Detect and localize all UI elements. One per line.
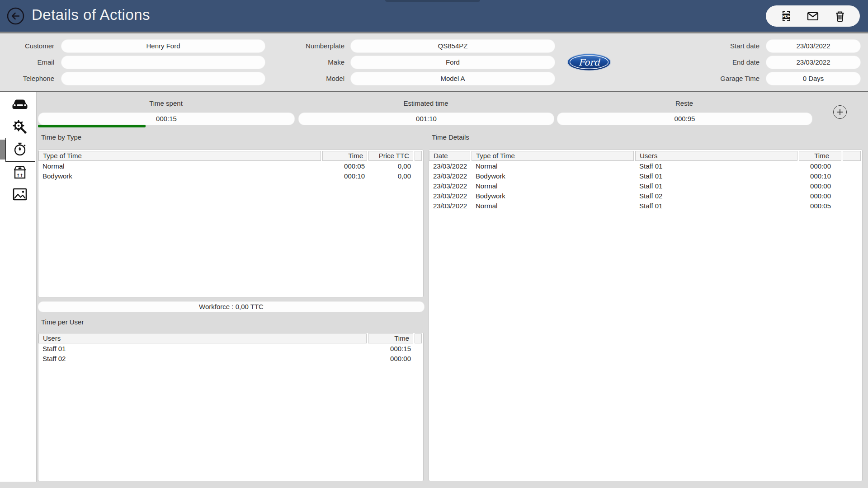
start-date-label: Start date [696, 39, 760, 53]
envelope-icon [806, 9, 820, 23]
numberplate-field[interactable]: QS854PZ [350, 39, 555, 53]
end-date-field[interactable]: 23/03/2022 [766, 56, 861, 69]
svg-text:↑↑: ↑↑ [16, 173, 23, 178]
table-row[interactable]: Bodywork 000:10 0,00 [38, 171, 423, 181]
col-users[interactable]: Users [38, 333, 367, 343]
delete-button[interactable] [833, 9, 847, 23]
estimated-time-label: Estimated time [298, 99, 553, 108]
table-row[interactable]: Staff 02 000:00 [38, 354, 423, 364]
stopwatch-icon [12, 141, 28, 157]
start-date-field[interactable]: 23/03/2022 [766, 39, 861, 53]
time-per-user-body: Staff 01 000:15 Staff 02 000:00 [38, 344, 423, 364]
table-row[interactable]: Staff 01 000:15 [38, 344, 423, 354]
customer-label: Customer [0, 39, 54, 53]
time-details-header: Date Type of Time Users Time [429, 150, 862, 161]
make-field[interactable]: Ford [350, 56, 555, 69]
make-label: Make [276, 56, 344, 69]
col-filler [415, 333, 422, 343]
time-per-user-table: Users Time Staff 01 000:15 Staff 02 000:… [38, 332, 424, 481]
time-by-type-header: Type of Time Time Price TTC [38, 150, 423, 161]
trash-icon [833, 9, 847, 23]
table-row[interactable]: 23/03/2022 Normal Staff 01 000:05 [429, 201, 862, 211]
time-by-type-title: Time by Type [41, 133, 81, 142]
sidebar-selection-accent [0, 140, 5, 160]
car-icon [12, 98, 28, 110]
add-time-entry-button[interactable] [833, 105, 847, 119]
time-details-body: 23/03/2022 Normal Staff 01 000:00 23/03/… [429, 161, 862, 211]
email-field[interactable] [61, 56, 265, 69]
time-spent-progress [38, 125, 294, 127]
table-row[interactable]: 23/03/2022 Bodywork Staff 02 000:00 [429, 191, 862, 201]
time-details-table: Date Type of Time Users Time 23/03/2022 … [429, 150, 863, 481]
telephone-label: Telephone [0, 72, 54, 85]
ford-logo: Ford [566, 53, 612, 71]
col-time[interactable]: Time [368, 333, 413, 343]
progress-fill [38, 125, 146, 127]
col-time[interactable]: Time [322, 151, 367, 161]
col-type-of-time[interactable]: Type of Time [472, 151, 634, 161]
sidebar-item-time[interactable] [12, 141, 28, 157]
model-label: Model [276, 72, 344, 85]
time-spent-value: 000:15 [38, 113, 295, 125]
reste-value: 000:95 [557, 113, 812, 125]
garage-time-label: Garage Time [696, 72, 760, 85]
model-field[interactable]: Model A [350, 72, 555, 85]
table-row[interactable]: 23/03/2022 Normal Staff 01 000:00 [429, 181, 862, 191]
photos-icon [13, 188, 27, 201]
end-date-label: End date [696, 56, 760, 69]
telephone-field[interactable] [61, 72, 265, 85]
export-pdf-button[interactable]: PDF [779, 9, 793, 23]
page-title: Details of Actions [32, 6, 150, 23]
time-by-type-body: Normal 000:05 0,00 Bodywork 000:10 0,00 [38, 161, 423, 181]
estimated-time-value: 001:10 [298, 113, 554, 125]
sidebar-item-photos[interactable] [12, 186, 28, 202]
reste-label: Reste [557, 99, 811, 108]
sidebar-item-service[interactable] [12, 119, 28, 135]
col-filler [843, 151, 861, 161]
svg-text:Ford: Ford [578, 57, 600, 68]
window-drag-strip [385, 0, 480, 2]
app-window: Details of Actions PDF [0, 0, 868, 488]
email-label: Email [0, 56, 54, 69]
send-email-button[interactable] [806, 9, 820, 23]
customer-field[interactable]: Henry Ford [61, 39, 265, 53]
parts-box-icon: ↑↑ [13, 164, 27, 180]
time-details-title: Time Details [432, 133, 469, 142]
back-arrow-icon [7, 7, 24, 25]
col-type-of-time[interactable]: Type of Time [38, 151, 321, 161]
pdf-icon: PDF [779, 9, 793, 23]
plus-icon [836, 108, 844, 116]
header-toolbar: PDF [766, 5, 860, 27]
numberplate-label: Numberplate [276, 39, 344, 53]
time-by-type-table: Type of Time Time Price TTC Normal 000:0… [38, 150, 424, 297]
workforce-total-bar: Workforce : 0,00 TTC [38, 301, 425, 312]
garage-time-field[interactable]: 0 Days [766, 72, 861, 85]
service-icon [12, 119, 28, 135]
col-filler [415, 151, 422, 161]
table-row[interactable]: Normal 000:05 0,00 [38, 161, 423, 171]
table-row[interactable]: 23/03/2022 Normal Staff 01 000:00 [429, 161, 862, 171]
col-time[interactable]: Time [799, 151, 841, 161]
col-users[interactable]: Users [635, 151, 797, 161]
table-row[interactable]: 23/03/2022 Bodywork Staff 01 000:10 [429, 171, 862, 181]
svg-text:PDF: PDF [782, 14, 790, 19]
sidebar-item-vehicle[interactable] [12, 96, 28, 112]
time-per-user-title: Time per User [41, 318, 84, 327]
sidebar-item-parts[interactable]: ↑↑ [12, 164, 28, 180]
col-date[interactable]: Date [429, 151, 470, 161]
back-button[interactable] [7, 7, 24, 25]
time-spent-label: Time spent [38, 99, 294, 108]
time-per-user-header: Users Time [38, 333, 423, 344]
col-price-ttc[interactable]: Price TTC [368, 151, 413, 161]
